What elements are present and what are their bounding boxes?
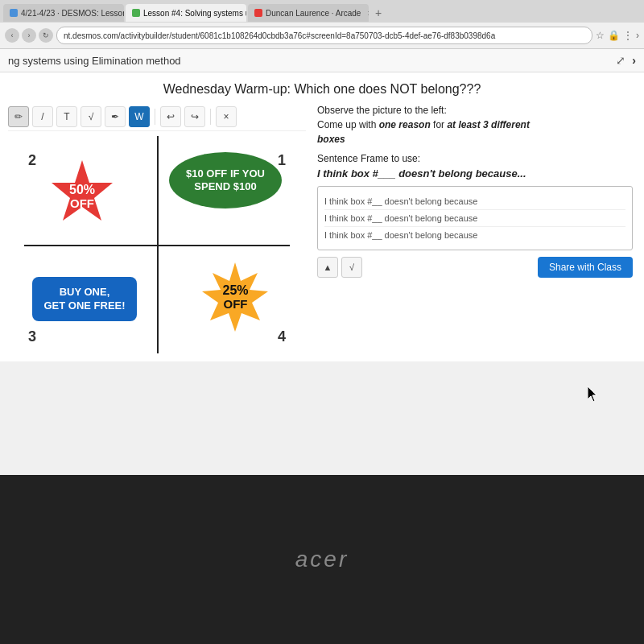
- badge-25off: 25% OFF: [197, 261, 274, 333]
- quadrant-1-label: 1: [278, 152, 286, 169]
- instruction-line3: boxes: [317, 132, 633, 147]
- browser-screen: 4/21-4/23 · DESMOS: Lesson × Lesson #4: …: [0, 0, 644, 475]
- page-title: ng systems using Elimination method: [8, 55, 181, 67]
- address-bar[interactable]: nt.desmos.com/activitybuilder/student/60…: [56, 27, 592, 44]
- content-area: ✏ / T √ ✒ W ↩ ↪ ×: [0, 103, 644, 361]
- share-with-class-button[interactable]: Share with Class: [538, 257, 633, 278]
- tab-favicon-lesson: [132, 9, 140, 17]
- bottom-toolbar: ▲ √ Share with Class: [317, 257, 633, 278]
- image-tool-button[interactable]: ▲: [317, 257, 338, 278]
- main-content: Wednesday Warm-up: Which one does NOT be…: [0, 72, 644, 361]
- nav-buttons: ‹ › ↻: [5, 28, 53, 43]
- star-icon[interactable]: ☆: [596, 30, 605, 41]
- browser-icons: ☆ 🔒 ⋮ ›: [596, 30, 639, 41]
- response-line-1[interactable]: I think box #__ doesn't belong because: [324, 193, 625, 210]
- bottom-left-tools: ▲ √: [317, 257, 362, 278]
- vertical-axis: [157, 136, 159, 353]
- address-bar-row: ‹ › ↻ nt.desmos.com/activitybuilder/stud…: [0, 23, 644, 48]
- sentence-frame-label: Sentence Frame to use:: [317, 153, 633, 164]
- tab-favicon-duncan: [254, 9, 262, 17]
- redo-button[interactable]: ↪: [184, 106, 205, 127]
- add-tab-button[interactable]: +: [370, 5, 386, 21]
- sqrt-tool-button[interactable]: √: [341, 257, 362, 278]
- badge-10-line2: SPEND $100: [194, 180, 256, 193]
- instruction-line2: Come up with one reason for at least 3 d…: [317, 118, 633, 132]
- right-panel: Observe the picture to the left: Come up…: [314, 103, 636, 353]
- menu-icon[interactable]: ⋮: [623, 30, 633, 41]
- quadrant-diagram: 2 1 3 4 50% OFF: [24, 136, 290, 353]
- page-title-bar: ng systems using Elimination method ⤢ ›: [0, 49, 644, 72]
- quadrant-4-label: 4: [278, 328, 286, 345]
- close-tool[interactable]: ×: [216, 106, 237, 127]
- undo-button[interactable]: ↩: [160, 106, 181, 127]
- badge-50-text-pct: 50%: [69, 183, 95, 197]
- refresh-button[interactable]: ↻: [39, 28, 53, 43]
- forward-button[interactable]: ›: [22, 28, 36, 43]
- badge-bogo-line1: BUY ONE,: [43, 286, 125, 299]
- badge-bogo-line2: GET ONE FREE!: [43, 299, 125, 313]
- response-line-3[interactable]: I think box #__ doesn't belong because: [324, 227, 625, 243]
- acer-logo: acer: [295, 547, 349, 572]
- browser-chrome: 4/21-4/23 · DESMOS: Lesson × Lesson #4: …: [0, 0, 644, 49]
- tab-label-desmos: 4/21-4/23 · DESMOS: Lesson: [21, 9, 124, 18]
- instruction-line1: Observe the picture to the left:: [317, 103, 633, 118]
- line-tool[interactable]: /: [32, 106, 53, 127]
- badge-50off: 50% OFF: [42, 159, 122, 235]
- tab-label-lesson: Lesson #4: Solving systems usi: [143, 9, 246, 18]
- left-panel: ✏ / T √ ✒ W ↩ ↪ ×: [8, 103, 306, 353]
- toolbar-separator: [155, 109, 155, 125]
- quadrant-3-label: 3: [28, 328, 36, 345]
- drawing-toolbar: ✏ / T √ ✒ W ↩ ↪ ×: [8, 103, 306, 131]
- badge-25-text-off: OFF: [224, 298, 248, 312]
- back-button[interactable]: ‹: [5, 28, 19, 43]
- address-text: nt.desmos.com/activitybuilder/student/60…: [64, 31, 495, 40]
- lesson-title: Wednesday Warm-up: Which one does NOT be…: [0, 72, 644, 103]
- response-box[interactable]: I think box #__ doesn't belong because I…: [317, 186, 633, 250]
- collapse-icon[interactable]: ›: [636, 30, 639, 41]
- tab-close-duncan[interactable]: ×: [367, 9, 369, 18]
- tab-label-duncan: Duncan Laurence · Arcade: [266, 9, 361, 18]
- color-tool[interactable]: W: [129, 106, 150, 127]
- sqrt-tool[interactable]: √: [80, 106, 101, 127]
- text-tool[interactable]: T: [56, 106, 77, 127]
- tab-bar: 4/21-4/23 · DESMOS: Lesson × Lesson #4: …: [0, 0, 644, 23]
- tab-desmos[interactable]: 4/21-4/23 · DESMOS: Lesson ×: [3, 4, 124, 22]
- marker-tool[interactable]: ✒: [105, 106, 126, 127]
- tab-lesson[interactable]: Lesson #4: Solving systems usi ×: [126, 4, 246, 22]
- expand-icon[interactable]: ⤢: [616, 54, 625, 67]
- badge-50-text-off: OFF: [70, 197, 94, 211]
- lock-icon: 🔒: [608, 30, 620, 41]
- badge-10-line1: $10 OFF IF YOU: [186, 167, 265, 180]
- badge-10off: $10 OFF IF YOU SPEND $100: [169, 152, 282, 208]
- panel-collapse-arrow[interactable]: ›: [632, 54, 636, 67]
- badge-bogo: BUY ONE, GET ONE FREE!: [32, 277, 137, 321]
- toolbar-separator-2: [210, 109, 211, 125]
- sentence-frame-text: I think box #___ doesn't belong because.…: [317, 167, 633, 180]
- tab-duncan[interactable]: Duncan Laurence · Arcade ×: [248, 4, 369, 22]
- pencil-tool[interactable]: ✏: [8, 106, 29, 127]
- instruction-text: Observe the picture to the left: Come up…: [317, 103, 633, 147]
- quadrant-2-label: 2: [28, 152, 36, 169]
- badge-25-text-pct: 25%: [222, 283, 248, 298]
- laptop-bezel: acer: [0, 475, 644, 644]
- response-line-2[interactable]: I think box #__ doesn't belong because: [324, 210, 625, 227]
- tab-favicon-desmos: [10, 9, 18, 17]
